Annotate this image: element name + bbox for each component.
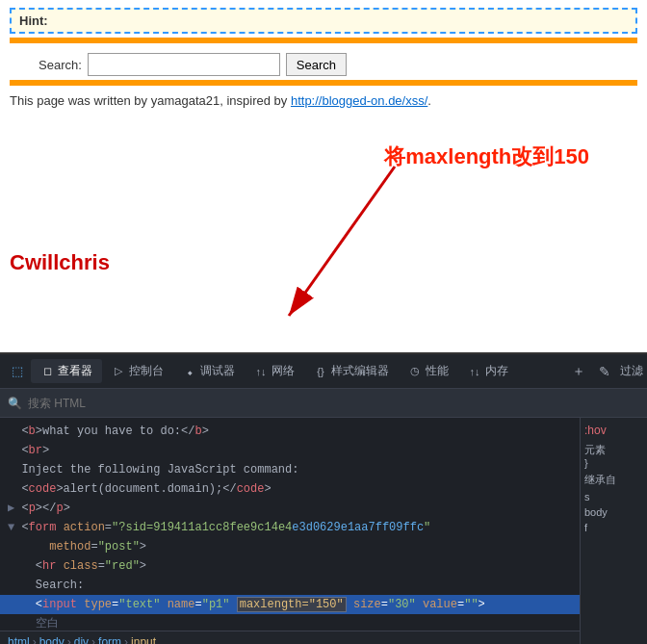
breadcrumb-bar: html › body › div › form › input — [0, 631, 647, 644]
html-panel: <b>what you have to do:</b> <br> Inject … — [0, 418, 647, 631]
inspector-tab-icon: ◻ — [40, 365, 54, 378]
html-line: <b>what you have to do:</b> — [0, 422, 647, 441]
network-tab-label: 网络 — [272, 363, 295, 379]
footer-end: . — [427, 93, 431, 108]
hov-inherit: 继承自 — [584, 473, 643, 487]
memory-tab-label: 内存 — [485, 363, 508, 379]
breadcrumb-sep-4: › — [124, 635, 128, 645]
settings-button[interactable]: ✎ — [595, 362, 614, 381]
tab-network[interactable]: ↑↓ 网络 — [245, 359, 304, 383]
html-line: Search: — [0, 576, 647, 595]
console-tab-label: 控制台 — [129, 363, 164, 379]
html-line: <code>alert(document.domain);</code> — [0, 479, 647, 499]
toolbar-right: ＋ ✎ 过滤 — [568, 361, 643, 382]
performance-tab-icon: ◷ — [408, 365, 422, 378]
toolbar-icons: ⬚ — [4, 354, 31, 388]
debugger-tab-icon: ⬥ — [183, 365, 196, 378]
tab-inspector[interactable]: ◻ 查看器 — [31, 359, 102, 383]
hov-element: 元素} — [584, 443, 643, 469]
console-tab-icon: ▷ — [112, 365, 125, 378]
breadcrumb-body[interactable]: body — [39, 635, 65, 645]
devtools-panel: ⬚ ◻ 查看器 ▷ 控制台 ⬥ 调试器 ↑↓ 网络 {} 样式编辑器 ◷ 性能 … — [0, 354, 647, 644]
add-button[interactable]: ＋ — [568, 361, 589, 382]
hint-label: Hint: — [19, 13, 48, 28]
html-line: method="post"> — [0, 537, 647, 556]
devtools-search-bar: 🔍 — [0, 389, 647, 418]
cursor-icon: ⬚ — [12, 364, 23, 378]
search-icon: 🔍 — [8, 397, 22, 410]
footer-text: This page was written by yamagata21, ins… — [10, 93, 291, 108]
search-input[interactable] — [88, 53, 280, 76]
performance-tab-label: 性能 — [426, 363, 449, 379]
inspector-icon-btn[interactable]: ⬚ — [4, 358, 31, 385]
devtools-body: <b>what you have to do:</b> <br> Inject … — [0, 418, 647, 631]
html-line: <hr class="red"> — [0, 556, 647, 576]
memory-tab-icon: ↑↓ — [468, 365, 481, 378]
breadcrumb-html[interactable]: html — [8, 635, 30, 645]
hov-label: :hov — [584, 422, 643, 439]
html-line: Inject the following JavaScript command: — [0, 460, 647, 479]
html-line: <br> — [0, 441, 647, 460]
tab-console[interactable]: ▷ 控制台 — [102, 359, 173, 383]
network-tab-icon: ↑↓ — [254, 365, 268, 378]
html-line-selected[interactable]: <input type="text" name="p1" maxlength="… — [0, 595, 647, 614]
tab-style-editor[interactable]: {} 样式编辑器 — [304, 359, 399, 383]
html-search-input[interactable] — [28, 397, 639, 410]
inspector-tab-label: 查看器 — [58, 363, 92, 379]
breadcrumb-form[interactable]: form — [98, 635, 121, 645]
svg-line-1 — [289, 167, 395, 316]
hint-bar: Hint: — [10, 8, 637, 34]
html-line: ▶ <p>​</p> — [0, 499, 647, 518]
footer-link[interactable]: http://blogged-on.de/xss/ — [291, 93, 427, 108]
breadcrumb-sep-1: › — [33, 635, 37, 645]
tab-debugger[interactable]: ⬥ 调试器 — [173, 359, 245, 383]
annotation-text: 将maxlength改到150 — [384, 142, 589, 171]
devtools-toolbar: ⬚ ◻ 查看器 ▷ 控制台 ⬥ 调试器 ↑↓ 网络 {} 样式编辑器 ◷ 性能 … — [0, 354, 647, 389]
tab-memory[interactable]: ↑↓ 内存 — [458, 359, 518, 383]
search-label: Search: — [39, 58, 82, 72]
hov-body: body — [584, 506, 643, 518]
breadcrumb-input[interactable]: input — [131, 635, 156, 645]
search-row: Search: Search — [39, 53, 637, 76]
search-button[interactable]: Search — [286, 53, 347, 76]
orange-bar-bottom — [10, 80, 637, 86]
breadcrumb-div[interactable]: div — [74, 635, 89, 645]
hov-s: s — [584, 491, 643, 502]
style-editor-tab-label: 样式编辑器 — [331, 363, 389, 379]
cwillchris-label: Cwillchris — [10, 250, 110, 275]
orange-bar-top — [10, 38, 637, 43]
breadcrumb-sep-3: › — [91, 635, 95, 645]
hov-panel: :hov 元素} 继承自 s body f — [580, 418, 647, 631]
style-editor-tab-icon: {} — [314, 365, 327, 378]
html-line: ▼ <form action="?sid=919411a1cc8fee9c14e… — [0, 518, 647, 537]
browser-content: Hint: Search: Search This page was writt… — [0, 8, 647, 354]
debugger-tab-label: 调试器 — [200, 363, 235, 379]
page-footer: This page was written by yamagata21, ins… — [10, 93, 637, 108]
html-line: 空白 — [0, 614, 647, 631]
breadcrumb-sep-2: › — [67, 635, 71, 645]
filter-label: 过滤 — [620, 363, 643, 379]
tab-performance[interactable]: ◷ 性能 — [399, 359, 458, 383]
hov-f: f — [584, 522, 643, 533]
annotation-arrow — [241, 157, 433, 349]
